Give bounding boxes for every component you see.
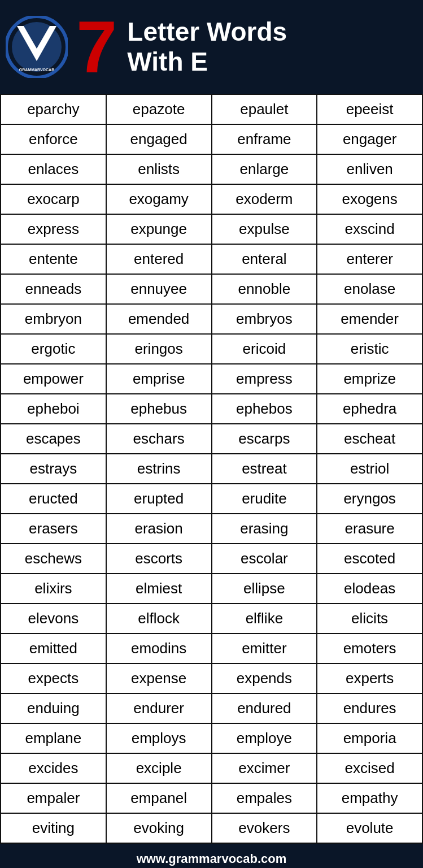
- table-row: elixirselmiestellipseelodeas: [1, 574, 422, 604]
- table-row: exocarpexogamyexodermexogens: [1, 184, 422, 214]
- table-row: escapesescharsescarpsescheat: [1, 424, 422, 454]
- word-cell: entered: [106, 244, 212, 274]
- table-row: enlacesenlistsenlargeenliven: [1, 154, 422, 184]
- word-cell: eschars: [106, 424, 212, 454]
- word-cell: emporia: [317, 723, 422, 753]
- word-cell: erasure: [317, 514, 422, 544]
- word-cell: expulse: [212, 214, 317, 244]
- word-cell: elodeas: [317, 574, 422, 604]
- word-cell: epazote: [106, 94, 212, 124]
- word-cell: estreat: [212, 454, 317, 484]
- word-cell: enteral: [212, 244, 317, 274]
- word-cell: ellipse: [212, 574, 317, 604]
- word-cell: escoted: [317, 544, 422, 574]
- word-cell: employs: [106, 723, 212, 753]
- word-cell: escheat: [317, 424, 422, 454]
- word-cell: enterer: [317, 244, 422, 274]
- word-cell: ephebus: [106, 394, 212, 424]
- table-row: embryonemendedembryosemender: [1, 304, 422, 334]
- word-cell: experts: [317, 663, 422, 693]
- big-number: 7: [76, 10, 117, 84]
- word-cell: embryos: [212, 304, 317, 334]
- word-cell: exocarp: [1, 184, 106, 214]
- word-cell: engaged: [106, 124, 212, 154]
- word-cell: elixirs: [1, 574, 106, 604]
- table-row: ergoticeringosericoideristic: [1, 334, 422, 364]
- word-cell: emender: [317, 304, 422, 334]
- word-cell: excised: [317, 753, 422, 783]
- word-cell: eringos: [106, 334, 212, 364]
- word-cell: exogamy: [106, 184, 212, 214]
- table-row: estraysestrinsestreatestriol: [1, 454, 422, 484]
- word-cell: erasion: [106, 514, 212, 544]
- table-row: excidesexcipleexcimerexcised: [1, 753, 422, 783]
- word-cell: enneads: [1, 274, 106, 304]
- page-title: Letter Words With E: [127, 17, 287, 77]
- word-cell: empanel: [106, 783, 212, 813]
- word-cell: eschews: [1, 544, 106, 574]
- svg-text:GRAMMARVOCAB: GRAMMARVOCAB: [19, 68, 54, 72]
- word-cell: escolar: [212, 544, 317, 574]
- word-cell: elicits: [317, 604, 422, 633]
- word-cell: escorts: [106, 544, 212, 574]
- word-cell: ericoid: [212, 334, 317, 364]
- word-cell: enframe: [212, 124, 317, 154]
- word-cell: evoking: [106, 813, 212, 843]
- word-cell: epeeist: [317, 94, 422, 124]
- word-cell: elflock: [106, 604, 212, 633]
- word-cell: emoters: [317, 633, 422, 663]
- table-row: expectsexpenseexpendsexperts: [1, 663, 422, 693]
- word-cell: enolase: [317, 274, 422, 304]
- table-row: eparchyepazoteepauletepeeist: [1, 94, 422, 124]
- word-cell: exoderm: [212, 184, 317, 214]
- table-row: eschewsescortsescolarescoted: [1, 544, 422, 574]
- word-cell: eviting: [1, 813, 106, 843]
- table-row: ententeenteredenteralenterer: [1, 244, 422, 274]
- word-cell: exogens: [317, 184, 422, 214]
- word-cell: escarps: [212, 424, 317, 454]
- table-row: elevonselflockelflikeelicits: [1, 604, 422, 633]
- word-cell: elevons: [1, 604, 106, 633]
- word-cell: ergotic: [1, 334, 106, 364]
- word-cell: epheboi: [1, 394, 106, 424]
- word-cell: erudite: [212, 484, 317, 514]
- word-cell: epaulet: [212, 94, 317, 124]
- word-cell: emprise: [106, 364, 212, 394]
- word-cell: emodins: [106, 633, 212, 663]
- word-cell: ephedra: [317, 394, 422, 424]
- word-cell: eructed: [1, 484, 106, 514]
- word-cell: empower: [1, 364, 106, 394]
- word-cell: evolute: [317, 813, 422, 843]
- word-cell: exscind: [317, 214, 422, 244]
- word-cell: exciple: [106, 753, 212, 783]
- word-cell: enlists: [106, 154, 212, 184]
- word-cell: evokers: [212, 813, 317, 843]
- word-cell: erasers: [1, 514, 106, 544]
- word-cell: empaler: [1, 783, 106, 813]
- header: GRAMMARVOCAB 7 Letter Words With E: [0, 0, 423, 94]
- word-table: eparchyepazoteepauletepeeistenforceengag…: [0, 94, 423, 844]
- table-row: enneadsennuyeeennobleenolase: [1, 274, 422, 304]
- logo: GRAMMARVOCAB: [6, 16, 68, 78]
- word-cell: emplane: [1, 723, 106, 753]
- table-row: empalerempanelempalesempathy: [1, 783, 422, 813]
- word-cell: empress: [212, 364, 317, 394]
- word-cell: emitter: [212, 633, 317, 663]
- word-cell: expects: [1, 663, 106, 693]
- word-cell: embryon: [1, 304, 106, 334]
- footer-url: www.grammarvocab.com: [137, 852, 287, 866]
- footer: www.grammarvocab.com: [0, 844, 423, 868]
- table-row: expressexpungeexpulseexscind: [1, 214, 422, 244]
- word-cell: express: [1, 214, 106, 244]
- word-cell: eryngos: [317, 484, 422, 514]
- word-cell: estriol: [317, 454, 422, 484]
- word-cell: enforce: [1, 124, 106, 154]
- table-row: enduingendurerenduredendures: [1, 693, 422, 723]
- table-row: emittedemodinsemitteremoters: [1, 633, 422, 663]
- word-cell: ephebos: [212, 394, 317, 424]
- word-cell: emitted: [1, 633, 106, 663]
- word-cell: elflike: [212, 604, 317, 633]
- word-cell: empales: [212, 783, 317, 813]
- word-cell: escapes: [1, 424, 106, 454]
- word-cell: emprize: [317, 364, 422, 394]
